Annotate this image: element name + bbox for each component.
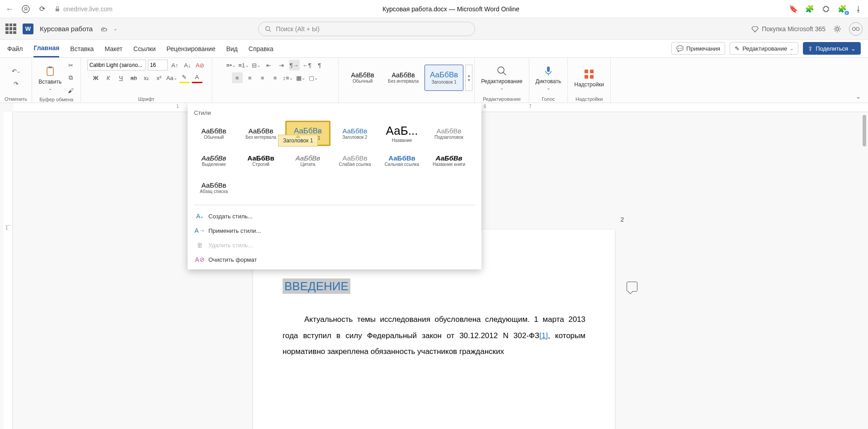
style-option[interactable]: АаБ...Название <box>379 121 425 146</box>
line-spacing-button[interactable]: ↕≡⌄ <box>283 72 293 83</box>
clear-format-action[interactable]: A⊘Очистить формат <box>188 252 481 267</box>
highlight-button[interactable]: ✎ <box>179 72 190 83</box>
svg-rect-6 <box>47 67 53 75</box>
style-option[interactable]: АаБбВвВыделение <box>191 148 236 173</box>
change-case-button[interactable]: Aa⌄ <box>166 72 177 83</box>
microphone-icon <box>542 65 555 77</box>
extensions-icon[interactable] <box>822 5 830 13</box>
bold-button[interactable]: Ж <box>90 72 101 83</box>
document-name[interactable]: Курсовая работа <box>40 25 93 33</box>
editing-mode-button[interactable]: ✎Редактирование⌄ <box>730 42 798 55</box>
style-option[interactable]: АаБбВвСильная ссылка <box>379 148 425 173</box>
grow-font-button[interactable]: A↑ <box>170 60 180 71</box>
find-replace-button[interactable]: Редактирование⌄ <box>479 63 524 92</box>
strike-button[interactable]: ab <box>128 72 139 83</box>
yandex-home-icon[interactable]: Я <box>22 5 30 13</box>
font-name-select[interactable] <box>87 60 146 71</box>
rtl-button[interactable]: ←¶ <box>302 60 312 71</box>
style-option[interactable]: АаБбВвЗаголовок 2 <box>332 121 377 146</box>
align-right-button[interactable]: ≡ <box>257 72 268 83</box>
align-left-button[interactable]: ≡ <box>232 72 243 83</box>
style-option[interactable]: АаБбВвАбзац списка <box>191 175 236 200</box>
tab-home[interactable]: Главная <box>33 40 59 57</box>
svg-point-5 <box>836 28 839 30</box>
style-option[interactable]: АаБбВвОбычный <box>191 121 236 146</box>
indent-button[interactable]: ⇥ <box>276 60 287 71</box>
styles-grid: АаБбВвОбычныйАаБбВвБез интервалаАаБбВвЗа… <box>188 120 481 201</box>
font-size-select[interactable] <box>148 60 168 71</box>
style-option[interactable]: АаБбВвСлабая ссылка <box>332 148 377 173</box>
underline-button[interactable]: Ч <box>116 72 127 83</box>
bookmark-icon[interactable]: 🔖 <box>789 5 797 13</box>
paste-button[interactable]: Вставить ⌄ <box>37 63 63 93</box>
tab-insert[interactable]: Вставка <box>70 40 94 57</box>
styles-expand-button[interactable]: ▴▾ <box>465 65 472 91</box>
tab-view[interactable]: Вид <box>226 40 237 57</box>
heading-text[interactable]: ВВЕДЕНИЕ <box>283 278 350 294</box>
address-bar[interactable]: onedrive.live.com <box>54 5 113 13</box>
justify-button[interactable]: ≡ <box>270 72 281 83</box>
multilevel-button[interactable]: ⊟⌄ <box>251 60 262 71</box>
footnote-link[interactable]: [1] <box>539 331 548 340</box>
doc-menu-chevron-icon[interactable]: ⌄ <box>113 26 117 31</box>
addins-button[interactable]: Надстройки <box>572 66 606 90</box>
show-marks-button[interactable]: ¶ <box>314 60 325 71</box>
extension-icon-2[interactable]: 🧩8 <box>838 5 846 13</box>
align-center-button[interactable]: ≡ <box>245 72 255 83</box>
vertical-scrollbar[interactable] <box>861 112 867 429</box>
style-option[interactable]: АаБбВвПодзаголовок <box>426 121 472 146</box>
style-normal[interactable]: АаБбВвОбычный <box>343 65 382 91</box>
group-styles: АаБбВвОбычный АаБбВвБез интервала АаБбВв… <box>339 58 475 103</box>
copy-button[interactable]: ⧉ <box>65 72 76 83</box>
cut-button[interactable]: ✂ <box>65 60 76 71</box>
scrollbar-thumb[interactable] <box>863 115 866 146</box>
clear-format-button[interactable]: A⊘ <box>195 60 206 71</box>
extension-icon-1[interactable]: 🧩 <box>806 5 814 13</box>
subscript-button[interactable]: x₂ <box>141 72 152 83</box>
body-paragraph[interactable]: Актуальность темы исследования обусловле… <box>283 311 585 360</box>
apply-styles-action[interactable]: A→Применить стили... <box>188 223 481 238</box>
style-option[interactable]: АаБбВвНазвание книги <box>426 148 472 173</box>
tab-help[interactable]: Справка <box>249 40 274 57</box>
borders-button[interactable]: ▢⌄ <box>308 72 319 83</box>
ltr-button[interactable]: ¶→ <box>289 60 300 71</box>
style-option[interactable]: АаБбВвЦитата <box>285 148 330 173</box>
superscript-button[interactable]: x² <box>154 72 165 83</box>
shrink-font-button[interactable]: A↓ <box>182 60 193 71</box>
style-nospacing[interactable]: АаБбВвБез интервала <box>384 65 423 91</box>
italic-button[interactable]: К <box>103 72 114 83</box>
buy-premium-link[interactable]: Покупка Microsoft 365 <box>751 25 826 33</box>
add-comment-icon[interactable] <box>627 282 637 292</box>
style-option[interactable]: АаБбВвСтрогий <box>238 148 283 173</box>
numbering-button[interactable]: ≡1⌄ <box>238 60 249 71</box>
user-avatar[interactable]: ОО <box>849 22 863 36</box>
search-input[interactable]: Поиск (Alt + Ы) <box>258 22 475 36</box>
outdent-button[interactable]: ⇤ <box>264 60 274 71</box>
bullets-button[interactable]: ≡•⌄ <box>226 60 236 71</box>
style-option[interactable]: АаБбВвБез интервала <box>238 121 283 146</box>
tab-layout[interactable]: Макет <box>104 40 123 57</box>
shading-button[interactable]: ▦⌄ <box>295 72 306 83</box>
reload-icon[interactable]: ⟳ <box>38 5 46 13</box>
dictate-button[interactable]: Диктовать⌄ <box>534 63 563 92</box>
comments-button[interactable]: 💬Примечания <box>671 42 725 55</box>
delete-style-action: 🗑Удалить стиль... <box>188 238 481 252</box>
font-color-button[interactable]: A <box>192 72 203 83</box>
tab-file[interactable]: Файл <box>7 40 23 57</box>
vertical-ruler[interactable]: 1 <box>4 112 13 429</box>
settings-icon[interactable] <box>833 24 842 33</box>
share-button[interactable]: ⇪Поделиться⌄ <box>803 42 861 55</box>
collapse-ribbon-button[interactable]: ⌄ <box>853 91 863 102</box>
undo-button[interactable]: ↶ ⌄ <box>10 66 21 77</box>
tab-references[interactable]: Ссылки <box>133 40 156 57</box>
redo-button[interactable]: ↷ <box>10 79 21 90</box>
browser-toolbar: ← Я ⟳ onedrive.live.com Курсовая работа.… <box>0 0 868 18</box>
app-launcher-icon[interactable] <box>5 24 16 34</box>
style-heading1[interactable]: АаБбВвЗаголовок 1 <box>425 65 463 91</box>
downloads-icon[interactable]: ⭳ <box>854 5 863 13</box>
create-style-action[interactable]: A₊Создать стиль... <box>188 209 481 223</box>
back-icon[interactable]: ← <box>5 5 14 13</box>
tab-review[interactable]: Рецензирование <box>166 40 215 57</box>
word-app-icon[interactable]: W <box>23 24 33 34</box>
format-painter-button[interactable]: 🖌 <box>65 85 76 96</box>
